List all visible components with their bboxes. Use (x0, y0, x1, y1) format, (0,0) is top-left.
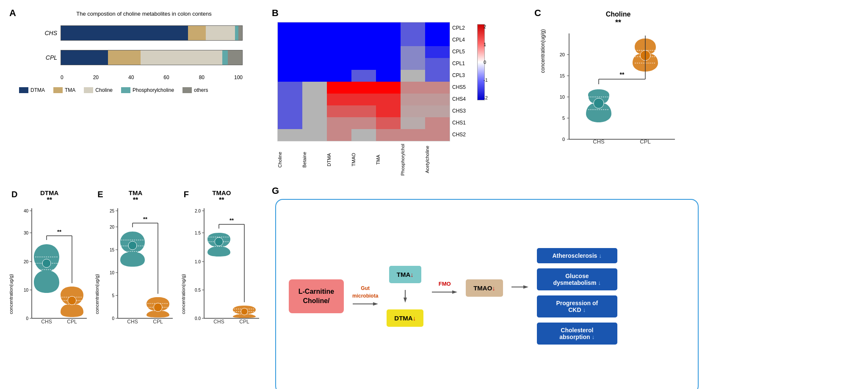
heatmap-col-label: Phosphorylchol (400, 143, 425, 177)
bar-row-chs: CHS (36, 25, 256, 41)
heatmap-cell (376, 105, 401, 117)
heatmap-cell (351, 94, 376, 105)
heatmap-cell (278, 34, 302, 46)
svg-text:20: 20 (24, 259, 29, 264)
heatmap-cell (401, 94, 425, 105)
seg-cpl-dtma (61, 50, 108, 65)
seg-cpl-phospho (222, 50, 228, 65)
svg-text:**: ** (57, 229, 62, 235)
svg-marker-107 (373, 302, 378, 306)
panel-d-label: D (11, 190, 17, 199)
panel-c-violin-chart: 0 5 10 15 20 CHS CPL (548, 29, 683, 156)
heatmap-col-label: DTMA (326, 143, 351, 177)
g-outcomes: Atherosclerosis ↓ Glucosedysmetabolism ↓… (537, 248, 617, 345)
heatmap-cell (278, 82, 302, 94)
svg-point-74 (154, 303, 162, 312)
heatmap-cell (376, 22, 401, 34)
heatmap-cell (425, 94, 450, 105)
heatmap-cell (401, 34, 425, 46)
panel-c-title: Choline (536, 11, 701, 18)
svg-point-95 (215, 237, 223, 246)
legend-phospho: Phosphorylcholine (121, 87, 174, 93)
panel-b-label: B (272, 8, 279, 19)
svg-text:1.0: 1.0 (195, 259, 201, 264)
heatmap-cell (425, 105, 450, 117)
heatmap-cell (351, 129, 376, 141)
heatmap-cell (376, 129, 401, 141)
panel-d-ylabel: concentration(ug/g) (8, 204, 14, 314)
heatmap-cell (425, 70, 450, 82)
heatmap-cell (278, 105, 302, 117)
panel-d-title: DTMA (8, 189, 90, 196)
bar-track-cpl (61, 50, 243, 65)
svg-marker-111 (452, 290, 457, 294)
panel-d-sig: ** (8, 196, 90, 204)
heatmap-cell (425, 117, 450, 129)
heatmap-row-label: CHS3 (452, 105, 466, 117)
legend-choline: Choline (84, 87, 113, 93)
heatmap-grid (277, 22, 450, 141)
heatmap-cell (401, 22, 425, 34)
heatmap-cell (376, 94, 401, 105)
svg-text:CPL: CPL (640, 138, 650, 145)
panel-c-ylabel: concentration(ug/g) (540, 29, 546, 73)
svg-point-46 (68, 296, 76, 305)
svg-text:40: 40 (24, 209, 29, 213)
heatmap-cell (425, 58, 450, 70)
legend-others: others (182, 87, 208, 93)
heatmap-col-label: TMAO (351, 143, 376, 177)
heatmap-cell (351, 82, 376, 94)
panel-e: E TMA ** concentration(ug/g) 0 5 10 15 2… (92, 186, 178, 389)
heatmap-cell (278, 46, 302, 58)
panel-g-label: G (272, 185, 279, 196)
heatmap-cell (302, 82, 327, 94)
heatmap-row-labels: CPL2CPL4CPL5CPL1CPL3CHS5CHS4CHS3CHS1CHS2 (452, 22, 466, 141)
panel-e-chart: 0 5 10 15 20 25 CHS (101, 204, 175, 339)
heatmap-col-labels: CholineBetaineDTMATMAOTMAPhosphorylcholA… (277, 143, 466, 177)
panel-c-sig: ** (536, 18, 701, 27)
heatmap-row-label: CHS1 (452, 117, 466, 129)
svg-text:0: 0 (26, 316, 28, 321)
panel-e-title: TMA (94, 189, 176, 196)
seg-chs-choline (206, 26, 235, 40)
svg-text:0: 0 (112, 316, 115, 321)
svg-text:20: 20 (560, 52, 565, 57)
heatmap-col-label: TMA (376, 143, 400, 177)
heatmap-cell (351, 70, 376, 82)
heatmap-cell (327, 105, 351, 117)
heatmap-cell (376, 70, 401, 82)
panel-f-sig: ** (181, 196, 263, 204)
g-outcome-ckd: Progression ofCKD ↓ (537, 295, 617, 317)
svg-text:2.0: 2.0 (195, 209, 201, 213)
g-lcarnitine-box: L-Carnitine Choline/ (289, 279, 344, 314)
g-outcome-cholesterol: Cholesterolabsorption ↓ (537, 323, 617, 345)
heatmap-cell (376, 117, 401, 129)
heatmap-row-label: CPL3 (452, 69, 466, 81)
panel-a: A The compostion of choline metabolites … (4, 4, 267, 182)
heatmap-cell (327, 94, 351, 105)
heatmap-cell (327, 82, 351, 94)
heatmap-cell (302, 46, 327, 58)
panel-e-sig: ** (94, 196, 176, 204)
panel-e-label: E (97, 190, 103, 199)
heatmap-cell (401, 105, 425, 117)
svg-text:CHS: CHS (593, 138, 605, 145)
bar-label-chs: CHS (36, 30, 57, 36)
svg-text:CHS: CHS (213, 319, 224, 325)
svg-text:25: 25 (110, 209, 115, 213)
heatmap-cell (351, 34, 376, 46)
heatmap-cell (278, 117, 302, 129)
svg-text:30: 30 (24, 231, 29, 235)
seg-chs-phospho (235, 26, 239, 40)
heatmap-cell (401, 129, 425, 141)
svg-text:10: 10 (560, 94, 565, 99)
heatmap-cell (327, 58, 351, 70)
g-outcome-glucose: Glucosedysmetabolism ↓ (537, 268, 617, 290)
panel-d-chart: 0 10 20 30 40 CHS (15, 204, 89, 339)
heatmap-cell (302, 70, 327, 82)
heatmap-cell (425, 82, 450, 94)
panel-c: C Choline ** concentration(ug/g) 0 5 10 … (529, 4, 707, 182)
heatmap-cell (376, 46, 401, 58)
heatmap-cell (302, 34, 327, 46)
heatmap-cell (278, 58, 302, 70)
